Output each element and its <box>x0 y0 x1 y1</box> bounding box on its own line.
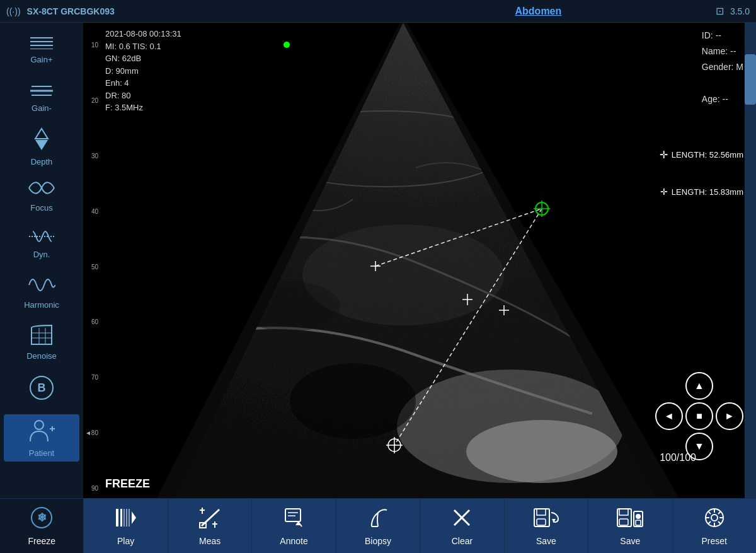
top-bar-left: ((·)) SX-8CT GRCBGK093 <box>6 6 361 16</box>
sidebar-item-denoise[interactable]: Denoise <box>4 317 79 364</box>
measurement-2: ✛ LENGTH: 15.83mm <box>660 187 743 197</box>
nav-down-button[interactable]: ▼ <box>685 433 713 460</box>
nav-empty-bl <box>655 433 683 460</box>
denoise-label: Denoise <box>26 351 57 361</box>
depth-50: 50 <box>83 264 101 271</box>
gain-minus-icon <box>29 83 54 101</box>
nav-left-button[interactable]: ◄ <box>655 402 683 430</box>
preset-icon <box>703 506 726 532</box>
save1-icon <box>533 506 559 532</box>
preset-button[interactable]: Preset <box>673 499 756 553</box>
svg-rect-45 <box>120 509 122 527</box>
network-icon: ⊡ <box>716 5 724 17</box>
gain-plus-icon <box>29 35 54 52</box>
nav-empty-tl <box>655 372 683 400</box>
patient-id: ID: -- <box>702 28 743 44</box>
scan-info-overlay: 2021-08-08 00:13:31 MI: 0.6 TIS: 0.1 GN:… <box>105 28 181 114</box>
play-icon <box>115 506 137 532</box>
play-button[interactable]: Play <box>84 499 168 553</box>
top-bar: ((·)) SX-8CT GRCBGK093 Abdomen ⊡ 3.5.0 <box>0 0 756 23</box>
meas-button[interactable]: Meas <box>168 499 252 553</box>
clear-label: Clear <box>452 536 472 546</box>
patient-info-overlay: ID: -- Name: -- Gender: M Age: -- <box>702 28 743 107</box>
right-scrollbar[interactable] <box>745 23 756 498</box>
svg-marker-8 <box>35 140 48 150</box>
svg-rect-69 <box>619 519 628 525</box>
focus-label: Focus <box>30 203 52 212</box>
depth-90: 90 <box>83 485 101 492</box>
svg-rect-68 <box>619 509 628 515</box>
svg-line-82 <box>708 521 711 524</box>
svg-text:❄: ❄ <box>37 511 47 524</box>
sidebar-item-depth[interactable]: Depth <box>4 123 79 170</box>
nav-up-button[interactable]: ▲ <box>685 372 713 400</box>
depth-60: 60 <box>83 318 101 325</box>
sidebar-item-focus[interactable]: Focus <box>4 172 79 219</box>
svg-rect-72 <box>636 520 641 525</box>
patient-icon <box>28 419 55 446</box>
meas-label: Meas <box>199 536 220 546</box>
sidebar-item-patient[interactable]: Patient <box>4 414 79 462</box>
depth-20: 20 <box>83 97 101 104</box>
svg-line-81 <box>718 511 721 514</box>
measurement-1: ✛ LENGTH: 52.56mm <box>660 149 743 161</box>
nav-empty-tr <box>716 372 743 400</box>
svg-point-25 <box>466 420 617 483</box>
depth-80: ◄80 <box>83 429 101 436</box>
freeze-icon: ❄ <box>30 506 53 532</box>
sidebar-item-gain-minus[interactable]: Gain- <box>4 74 79 122</box>
sidebar-item-harmonic[interactable]: Harmonic <box>4 269 79 316</box>
nav-stop-button[interactable]: ■ <box>685 402 713 430</box>
main-content: Gain+ Gain- Depth <box>0 23 756 498</box>
clear-button[interactable]: Clear <box>420 499 504 553</box>
patient-label: Patient <box>29 448 54 458</box>
save2-icon <box>616 506 644 532</box>
depth-30: 30 <box>83 153 101 160</box>
sidebar-item-b-mode[interactable]: B <box>4 366 79 413</box>
scan-enh: Enh: 4 <box>105 77 181 90</box>
biopsy-button[interactable]: Biopsy <box>336 499 420 553</box>
freeze-button[interactable]: ❄ Freeze <box>0 499 84 553</box>
nav-empty-br <box>716 433 743 460</box>
svg-point-26 <box>290 363 416 439</box>
scroll-thumb[interactable] <box>745 54 756 105</box>
ultrasound-image <box>101 23 745 498</box>
patient-gender-age: Gender: M Age: -- <box>702 59 743 107</box>
signal-icon: ((·)) <box>6 6 21 16</box>
annote-button[interactable]: Annote <box>252 499 336 553</box>
sidebar-item-gain-plus[interactable]: Gain+ <box>4 26 79 73</box>
clear-icon <box>450 506 473 532</box>
save1-label: Save <box>536 536 556 546</box>
svg-rect-44 <box>116 509 118 527</box>
exam-type[interactable]: Abdomen <box>361 6 716 17</box>
biopsy-icon <box>367 506 389 532</box>
svg-point-71 <box>636 514 641 519</box>
save2-button[interactable]: Save <box>588 499 672 553</box>
scan-gn: GN: 62dB <box>105 52 181 65</box>
gain-plus-label: Gain+ <box>30 55 52 64</box>
green-indicator <box>284 42 290 48</box>
display-area: 10 20 30 40 50 60 70 ◄80 90 <box>83 23 756 498</box>
depth-10: 10 <box>83 42 101 49</box>
scan-dr: DR: 80 <box>105 90 181 102</box>
harmonic-label: Harmonic <box>24 300 59 310</box>
focus-icon <box>28 178 55 201</box>
preset-label: Preset <box>701 536 726 546</box>
depth-70: 70 <box>83 374 101 381</box>
dyn-icon <box>28 229 55 247</box>
nav-right-button[interactable]: ► <box>716 402 743 430</box>
svg-rect-64 <box>537 509 546 515</box>
save1-button[interactable]: Save <box>505 499 588 553</box>
denoise-icon <box>28 322 55 349</box>
device-name: SX-8CT GRCBGK093 <box>27 6 115 16</box>
meas-icon <box>198 506 221 532</box>
bottom-toolbar: ❄ Freeze Play <box>0 498 756 553</box>
nav-controls: ▲ ◄ ■ ► ▼ <box>655 372 743 460</box>
svg-point-74 <box>711 515 718 521</box>
b-mode-icon: B <box>28 374 55 405</box>
scan-datetime: 2021-08-08 00:13:31 <box>105 28 181 40</box>
svg-marker-49 <box>132 511 136 524</box>
sidebar-item-dyn[interactable]: Dyn. <box>4 220 79 267</box>
measurement-2-label: LENGTH: 15.83mm <box>672 187 743 197</box>
play-label: Play <box>117 536 134 546</box>
